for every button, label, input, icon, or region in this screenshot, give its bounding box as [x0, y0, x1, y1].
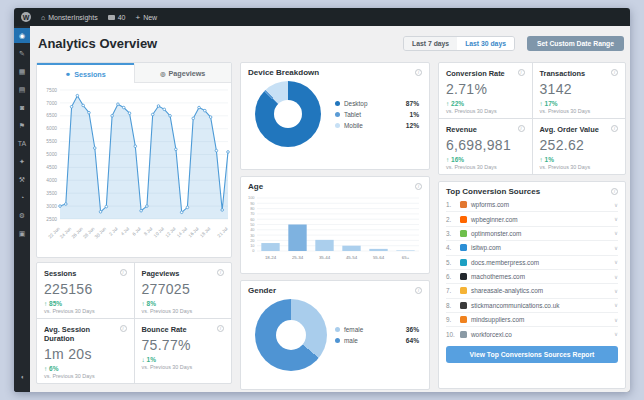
- sidebar-item-plugins[interactable]: ⚒: [14, 172, 30, 187]
- gender-legend: female36%male64%: [335, 326, 419, 344]
- source-rank: 1.: [446, 201, 456, 208]
- metric-label-row: Transactionsi: [540, 69, 619, 78]
- metric-change: ↑ 17%: [540, 100, 619, 107]
- new-menu[interactable]: + New: [135, 13, 157, 22]
- info-icon[interactable]: i: [415, 287, 422, 294]
- legend-value: 87%: [406, 100, 419, 107]
- info-icon[interactable]: i: [120, 269, 127, 276]
- media-icon: ▦: [19, 68, 26, 75]
- info-icon[interactable]: i: [415, 183, 422, 190]
- chart-tabs: ☻ Sessions ◎ Pageviews: [37, 63, 231, 83]
- sidebar-item-settings[interactable]: ▣: [14, 226, 30, 241]
- source-rank: 6.: [446, 273, 456, 280]
- svg-text:18-24: 18-24: [265, 255, 277, 260]
- legend-label: male: [344, 337, 358, 344]
- posts-icon: ✎: [19, 50, 25, 57]
- chevron-down-icon[interactable]: ∨: [614, 302, 618, 308]
- chevron-down-icon[interactable]: ∨: [614, 288, 618, 294]
- chevron-down-icon[interactable]: ∨: [614, 216, 618, 222]
- source-domain-link[interactable]: docs.memberpress.com: [471, 259, 539, 266]
- wordpress-logo-icon[interactable]: W: [21, 12, 31, 22]
- site-favicon: [460, 316, 467, 323]
- sidebar-item-insights[interactable]: ◉: [14, 28, 30, 43]
- source-domain-link[interactable]: wpbeginner.com: [471, 216, 518, 223]
- source-domain-link[interactable]: mindsuppliers.com: [471, 316, 524, 323]
- svg-text:7000: 7000: [46, 101, 57, 106]
- info-icon[interactable]: i: [120, 325, 127, 332]
- site-menu[interactable]: ⌂ MonsterInsights: [41, 14, 98, 21]
- arrow-up-icon: ↑: [142, 300, 145, 307]
- home-icon: ⌂: [41, 14, 45, 21]
- legend-dot: [335, 123, 340, 128]
- svg-text:60: 60: [250, 217, 255, 222]
- source-row-machothemes-com[interactable]: 6.machothemes.com∨: [446, 269, 618, 283]
- settings-icon: ▣: [19, 230, 26, 237]
- info-icon[interactable]: i: [217, 325, 224, 332]
- comments-count: 40: [118, 14, 126, 21]
- info-icon[interactable]: i: [518, 125, 525, 132]
- sidebar-item-media[interactable]: ▦: [14, 64, 30, 79]
- comments-icon: ◙: [20, 104, 24, 111]
- panel-title: Age: [248, 182, 263, 191]
- source-row-workforcexl-co[interactable]: 10.workforcexl.co∨: [446, 326, 618, 340]
- source-domain-link[interactable]: shareasale-analytics.com: [471, 287, 543, 294]
- source-domain-link[interactable]: wpforms.com: [471, 201, 509, 208]
- legend-dot: [335, 112, 340, 117]
- source-domain-link[interactable]: optinmonster.com: [471, 230, 521, 237]
- source-row-wpbeginner-com[interactable]: 2.wpbeginner.com∨: [446, 211, 618, 225]
- sidebar-item-appearance[interactable]: ✦: [14, 154, 30, 169]
- source-row-wpforms-com[interactable]: 1.wpforms.com∨: [446, 198, 618, 211]
- source-row-shareasale-analytics-com[interactable]: 7.shareasale-analytics.com∨: [446, 283, 618, 297]
- site-favicon: [460, 273, 467, 280]
- source-domain-link[interactable]: workforcexl.co: [471, 331, 512, 338]
- view-top-conversion-sources-report-button[interactable]: View Top Conversions Sources Report: [446, 346, 618, 363]
- source-domain-link[interactable]: machothemes.com: [471, 273, 525, 280]
- info-icon[interactable]: i: [217, 269, 224, 276]
- age-panel: Age i 010203040506070809010018-2425-3435…: [240, 176, 430, 274]
- sidebar-item-users[interactable]: ◔: [14, 190, 30, 205]
- chevron-down-icon[interactable]: ∨: [614, 317, 618, 323]
- chevron-down-icon[interactable]: ∨: [614, 274, 618, 280]
- comments-menu[interactable]: 40: [108, 14, 126, 21]
- last-7-days-button[interactable]: Last 7 days: [404, 37, 457, 50]
- sidebar-item-collapse-menu[interactable]: ◖: [14, 369, 30, 384]
- source-row-isitwp-com[interactable]: 4.isitwp.com∨: [446, 240, 618, 254]
- admin-sidebar: ◉✎▦▤◙⚑TA✦⚒◔⚙▣◖: [14, 26, 30, 392]
- middle-column: Device Breakdown i Desktop87%Tablet1%Mob…: [240, 62, 430, 390]
- info-icon[interactable]: i: [415, 69, 422, 76]
- sidebar-item-marketing[interactable]: ⚑: [14, 118, 30, 133]
- tab-pageviews[interactable]: ◎ Pageviews: [134, 63, 232, 83]
- chevron-down-icon[interactable]: ∨: [614, 245, 618, 251]
- info-icon[interactable]: i: [611, 125, 618, 132]
- appearance-icon: ✦: [19, 158, 25, 165]
- sidebar-item-comments[interactable]: ◙: [14, 100, 30, 115]
- sidebar-item-pages[interactable]: ▤: [14, 82, 30, 97]
- last-30-days-button[interactable]: Last 30 days: [457, 37, 514, 50]
- sidebar-item-tools[interactable]: ⚙: [14, 208, 30, 223]
- source-rank: 10.: [446, 331, 456, 338]
- source-row-stickmancommunications-co-uk[interactable]: 8.stickmancommunications.co.uk∨: [446, 298, 618, 312]
- svg-text:20: 20: [250, 238, 255, 243]
- legend-item-mobile: Mobile12%: [335, 122, 419, 129]
- chevron-down-icon[interactable]: ∨: [614, 331, 618, 337]
- source-row-mindsuppliers-com[interactable]: 9.mindsuppliers.com∨: [446, 312, 618, 326]
- info-icon[interactable]: i: [611, 69, 618, 76]
- site-favicon: [460, 331, 467, 338]
- source-domain-link[interactable]: isitwp.com: [471, 244, 501, 251]
- svg-text:50: 50: [250, 222, 255, 227]
- chevron-down-icon[interactable]: ∨: [614, 259, 618, 265]
- metric-label-row: Conversion Ratei: [446, 69, 525, 78]
- chevron-down-icon[interactable]: ∨: [614, 230, 618, 236]
- info-icon[interactable]: i: [518, 69, 525, 76]
- info-icon[interactable]: i: [611, 188, 618, 195]
- source-row-optinmonster-com[interactable]: 3.optinmonster.com∨: [446, 226, 618, 240]
- sidebar-item-posts[interactable]: ✎: [14, 46, 30, 61]
- tab-sessions[interactable]: ☻ Sessions: [37, 63, 134, 83]
- svg-text:25-34: 25-34: [292, 255, 304, 260]
- set-custom-date-range-button[interactable]: Set Custom Date Range: [527, 36, 624, 51]
- metric-label: Transactions: [540, 69, 586, 78]
- chevron-down-icon[interactable]: ∨: [614, 202, 618, 208]
- source-domain-link[interactable]: stickmancommunications.co.uk: [471, 302, 559, 309]
- source-row-docs-memberpress-com[interactable]: 5.docs.memberpress.com∨: [446, 255, 618, 269]
- sidebar-item-ta[interactable]: TA: [14, 136, 30, 151]
